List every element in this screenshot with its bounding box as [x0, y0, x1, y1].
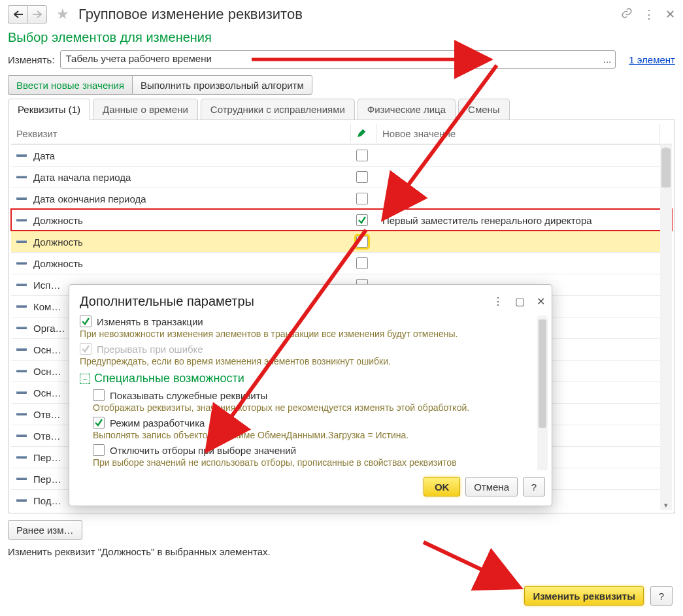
field-icon	[16, 368, 27, 374]
tab-corrections[interactable]: Сотрудники с исправлениями	[201, 99, 355, 120]
svg-rect-9	[16, 240, 27, 241]
dialog-maximize-icon[interactable]: ▢	[515, 295, 525, 308]
opt-show-service-checkbox[interactable]	[93, 389, 105, 401]
opt-disable-filter-label: Отключить отборы при выборе значений	[110, 445, 296, 456]
col-edit-icon[interactable]	[351, 124, 377, 142]
check-cell	[351, 146, 377, 165]
dialog-scrollbar[interactable]	[537, 316, 548, 470]
value-cell[interactable]	[377, 260, 660, 267]
attribute-label: Должность	[33, 236, 83, 248]
svg-rect-23	[16, 391, 27, 392]
attribute-label: Дата начала периода	[33, 172, 131, 183]
table-row[interactable]: Дата начала периода	[11, 166, 672, 187]
help-button[interactable]: ?	[650, 586, 673, 606]
field-icon	[16, 217, 27, 223]
svg-rect-19	[16, 348, 27, 349]
svg-rect-31	[16, 478, 27, 478]
link-icon[interactable]	[621, 7, 633, 22]
field-icon	[16, 389, 27, 396]
tab-time-data[interactable]: Данные о времени	[93, 99, 198, 120]
svg-rect-13	[16, 284, 27, 284]
dialog-scroll-thumb[interactable]	[539, 319, 546, 428]
window-toolbar: ★ Групповое изменение реквизитов ⋮ ✕	[0, 0, 683, 26]
attribute-label: Дата окончания периода	[33, 193, 146, 204]
table-row[interactable]: Дата	[11, 144, 672, 166]
tab-shifts[interactable]: Смены	[458, 99, 510, 120]
special-header: Специальные возможности	[94, 372, 244, 385]
field-icon	[16, 411, 27, 417]
attribute-cell: Должность	[11, 212, 351, 229]
special-expander-icon[interactable]: −	[80, 374, 90, 384]
forward-button[interactable]	[27, 5, 47, 24]
object-select[interactable]: Табель учета рабочего времени	[60, 50, 616, 69]
check-cell	[351, 189, 377, 208]
dialog-ok-button[interactable]: OK	[424, 477, 460, 496]
attribute-label: Пер…	[33, 452, 61, 463]
col-scroll	[660, 129, 672, 137]
status-text: Изменить реквизит "Должность" в выбранны…	[8, 546, 675, 557]
section-title: Выбор элементов для изменения	[8, 30, 675, 45]
value-cell[interactable]	[377, 195, 660, 202]
opt-disable-filter-checkbox[interactable]	[93, 444, 105, 456]
opt-disable-filter-hint: При выборе значений не использовать отбо…	[93, 457, 545, 468]
tab-persons[interactable]: Физические лица	[358, 99, 456, 120]
mode-run-algorithm-button[interactable]: Выполнить произвольный алгоритм	[132, 75, 312, 95]
dialog-close-icon[interactable]: ✕	[537, 295, 545, 308]
attribute-label: Ком…	[33, 301, 61, 312]
scroll-down-icon[interactable]: ▾	[661, 501, 671, 510]
opt-show-service-label: Показывать служебные реквизиты	[110, 390, 267, 401]
svg-rect-1	[16, 154, 27, 155]
page-title: Групповое изменение реквизитов	[78, 6, 303, 23]
row-checkbox[interactable]	[356, 150, 368, 161]
table-row[interactable]: Должность	[11, 252, 672, 274]
opt-break-checkbox	[80, 343, 92, 355]
svg-rect-21	[16, 370, 27, 370]
value-cell[interactable]	[377, 152, 660, 159]
value-cell[interactable]	[377, 174, 660, 180]
col-new-value[interactable]: Новое значение	[377, 124, 660, 143]
field-icon	[16, 432, 27, 439]
opt-transaction-checkbox[interactable]	[80, 316, 92, 327]
svg-rect-27	[16, 434, 27, 435]
elements-count-link[interactable]: 1 элемент	[629, 54, 675, 65]
attribute-label: Должность	[33, 258, 83, 269]
favorite-star-icon[interactable]: ★	[56, 6, 69, 23]
dialog-cancel-button[interactable]: Отмена	[465, 477, 518, 496]
svg-rect-17	[16, 327, 27, 327]
attribute-label: Отв…	[33, 409, 61, 420]
row-checkbox[interactable]	[356, 257, 368, 269]
toolbar-right: ⋮ ✕	[621, 7, 675, 22]
nav-group	[8, 5, 47, 24]
row-checkbox[interactable]	[356, 193, 368, 204]
attribute-label: Пер…	[33, 474, 61, 485]
table-row[interactable]: ДолжностьПервый заместитель генерального…	[11, 209, 672, 231]
dialog-title: Дополнительные параметры	[80, 294, 254, 309]
dialog-help-button[interactable]: ?	[523, 477, 545, 496]
history-button[interactable]: Ранее изм…	[8, 520, 82, 540]
attribute-cell: Дата	[11, 147, 351, 165]
field-icon	[16, 282, 27, 288]
value-cell[interactable]: Первый заместитель генерального директор…	[377, 212, 660, 229]
scroll-thumb[interactable]	[661, 148, 671, 187]
row-checkbox[interactable]	[356, 171, 368, 183]
apply-changes-button[interactable]: Изменить реквизиты	[524, 586, 644, 606]
attribute-label: Дата	[33, 150, 55, 161]
back-button[interactable]	[8, 5, 27, 24]
field-icon	[16, 325, 27, 331]
kebab-menu-icon[interactable]: ⋮	[643, 7, 655, 22]
row-checkbox[interactable]	[356, 214, 368, 226]
opt-transaction-hint: При невозможности изменения элементов в …	[80, 329, 545, 339]
attribute-cell: Дата окончания периода	[11, 190, 351, 208]
table-row[interactable]: Должность	[11, 231, 672, 252]
close-icon[interactable]: ✕	[665, 7, 675, 22]
opt-dev-mode-checkbox[interactable]	[93, 417, 105, 429]
table-row[interactable]: Дата окончания периода	[11, 187, 672, 209]
mode-enter-values-button[interactable]: Ввести новые значения	[8, 75, 132, 95]
col-attribute[interactable]: Реквизит	[11, 124, 351, 143]
tab-requisites[interactable]: Реквизиты (1)	[8, 99, 90, 120]
dialog-kebab-icon[interactable]: ⋮	[493, 295, 503, 308]
value-cell[interactable]	[377, 238, 660, 245]
change-label: Изменять:	[8, 54, 55, 65]
row-checkbox[interactable]	[356, 236, 368, 248]
grid-scrollbar[interactable]: ▴ ▾	[660, 144, 672, 510]
